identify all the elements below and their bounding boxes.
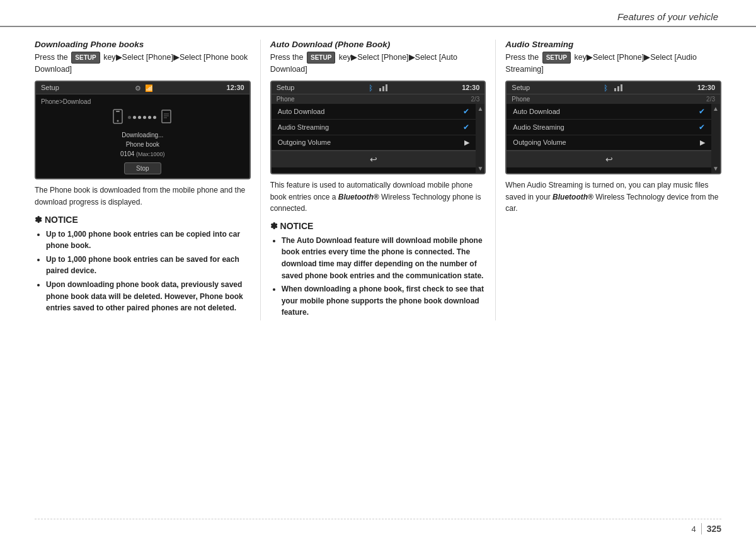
signal-icon-3 — [614, 84, 624, 92]
menu-label-3-2: Audio Streaming — [513, 123, 564, 131]
menu-row-3-3: Outgoing Volume ▶ — [507, 135, 711, 150]
screen-time-3: 12:30 — [697, 84, 715, 91]
menu-row-2-3: Outgoing Volume ▶ — [272, 135, 476, 150]
intro-text-2: Press the SETUP key▶Select [Phone]▶Selec… — [270, 52, 486, 76]
scroll-down-3[interactable]: ▼ — [713, 165, 719, 172]
notice-item-1-1: Up to 1,000 phone book entries can be co… — [46, 229, 251, 252]
column-2: Auto Download (Phone Book) Press the SET… — [270, 40, 486, 320]
notice-list-2: The Auto Download feature will download … — [270, 235, 486, 319]
notice-1: ✽ NOTICE Up to 1,000 phone book entries … — [35, 215, 251, 314]
bt-icon-2: ᛒ — [368, 84, 376, 92]
svg-rect-11 — [382, 86, 384, 91]
page-header: Features of your vehicle — [0, 0, 756, 27]
intro-text-1: Press the SETUP key▶Select [Phone]▶Selec… — [35, 52, 251, 76]
page-indicator-3: 2/3 — [706, 96, 715, 103]
scroll-up-2[interactable]: ▲ — [477, 105, 483, 112]
scroll-bar-2: ▲ ▼ — [476, 104, 484, 173]
check-icon-3-1: ✔ — [699, 107, 705, 116]
phone-icon-1: 📶 — [144, 84, 152, 92]
screen-title-3: Setup — [512, 84, 530, 91]
screen-time-1: 12:30 — [227, 84, 244, 91]
screen-title-2: Setup — [277, 84, 295, 91]
screen-header-2: Setup ᛒ 12:30 — [272, 82, 485, 94]
footer-divider — [701, 523, 702, 534]
download-animation — [112, 109, 174, 127]
menu-row-3-2: Audio Streaming ✔ — [507, 120, 711, 135]
menu-label-2-2: Audio Streaming — [278, 123, 329, 131]
section-title-1: Downloading Phone books — [35, 40, 251, 49]
intro-prefix-1: Press the — [35, 53, 68, 62]
screen-row-header-2: Phone 2/3 — [272, 94, 485, 104]
menu-label-3-3: Outgoing Volume — [513, 138, 566, 146]
book-svg-1 — [160, 109, 174, 127]
description-3: When Audio Streaming is turned on, you c… — [505, 179, 721, 215]
page-header-title: Features of your vehicle — [617, 11, 718, 22]
menu-screen-2: Auto Download ✔ Audio Streaming ✔ Outgoi… — [272, 104, 485, 173]
menu-label-2-1: Auto Download — [278, 108, 325, 115]
screen-time-2: 12:30 — [462, 84, 479, 91]
phone-label-3: Phone — [512, 96, 530, 103]
svg-rect-10 — [379, 88, 381, 91]
phone-svg-1 — [112, 109, 124, 127]
back-arrow-2: ↩ — [370, 154, 377, 164]
footer-page: 325 — [707, 524, 721, 534]
menu-label-3-1: Auto Download — [513, 108, 560, 115]
scroll-up-3[interactable]: ▲ — [713, 105, 719, 112]
dot-5 — [148, 116, 151, 119]
check-icon-2-2: ✔ — [463, 123, 469, 132]
notice-title-2: ✽ NOTICE — [270, 221, 486, 231]
back-row-3: ↩ — [507, 150, 711, 167]
page-indicator-2: 2/3 — [471, 96, 479, 103]
svg-rect-16 — [621, 84, 622, 91]
screen-icons-3: ᛒ — [603, 84, 624, 92]
notice-item-2-2: When downloading a phone book, first che… — [282, 283, 486, 319]
svg-rect-5 — [162, 110, 171, 123]
svg-rect-12 — [386, 84, 387, 91]
phone-label-2: Phone — [277, 96, 295, 103]
svg-rect-3 — [116, 111, 120, 112]
bluetooth-2: Bluetooth® — [338, 193, 379, 201]
downloading-label: Downloading... — [120, 130, 165, 140]
dot-6 — [153, 116, 156, 119]
col-divider-2 — [495, 40, 496, 320]
section-title-3: Audio Streaming — [505, 40, 721, 49]
phonebook-label: Phone book — [120, 140, 165, 149]
download-screen-body: Phone>Download — [36, 94, 249, 179]
scroll-bar-3: ▲ ▼ — [711, 104, 720, 173]
stop-button[interactable]: Stop — [124, 162, 161, 174]
svg-text:ᛒ: ᛒ — [369, 84, 373, 92]
notice-item-1-2: Up to 1,000 phone book entries can be sa… — [46, 254, 251, 277]
setup-badge-3: SETUP — [542, 52, 571, 64]
scroll-down-2[interactable]: ▼ — [477, 165, 483, 172]
bt-icon-3: ᛒ — [603, 84, 611, 92]
footer-section: 4 — [691, 524, 696, 534]
screen-header-3: Setup ᛒ 12:30 — [507, 82, 720, 94]
dot-1 — [128, 116, 131, 119]
intro-text-3: Press the SETUP key▶Select [Phone]▶Selec… — [505, 52, 721, 76]
menu-screen-3: Auto Download ✔ Audio Streaming ✔ Outgoi… — [507, 104, 720, 173]
svg-rect-14 — [614, 88, 616, 91]
column-3: Audio Streaming Press the SETUP key▶Sele… — [505, 40, 721, 320]
dots-1 — [128, 116, 156, 119]
bluetooth-icon-1: ⚙ — [134, 84, 142, 92]
dot-2 — [133, 116, 136, 119]
back-row-2: ↩ — [272, 150, 476, 167]
check-icon-3-2: ✔ — [699, 123, 705, 132]
count-max: 0104 (Max:1000) — [120, 149, 165, 159]
screen-icons-1: ⚙ 📶 — [134, 84, 152, 92]
menu-rows-2: Auto Download ✔ Audio Streaming ✔ Outgoi… — [272, 104, 476, 173]
car-screen-2: Setup ᛒ 12:30 Phone 2/3 — [270, 81, 486, 174]
setup-badge-2: SETUP — [307, 52, 335, 64]
phone-download-label: Phone>Download — [41, 98, 91, 105]
description-2: This feature is used to automatically do… — [270, 179, 486, 215]
section-title-2: Auto Download (Phone Book) — [270, 40, 486, 49]
notice-item-1-3: Upon downloading phone book data, previo… — [46, 279, 251, 314]
car-screen-3: Setup ᛒ 12:30 Phone 2/3 — [505, 81, 721, 174]
check-icon-2-1: ✔ — [463, 107, 469, 116]
page-footer: 4 325 — [35, 519, 721, 534]
dot-4 — [143, 116, 146, 119]
menu-rows-3: Auto Download ✔ Audio Streaming ✔ Outgoi… — [507, 104, 711, 173]
menu-row-3-1: Auto Download ✔ — [507, 104, 711, 120]
max-val: (Max:1000) — [136, 151, 165, 157]
main-content: Downloading Phone books Press the SETUP … — [0, 27, 756, 327]
